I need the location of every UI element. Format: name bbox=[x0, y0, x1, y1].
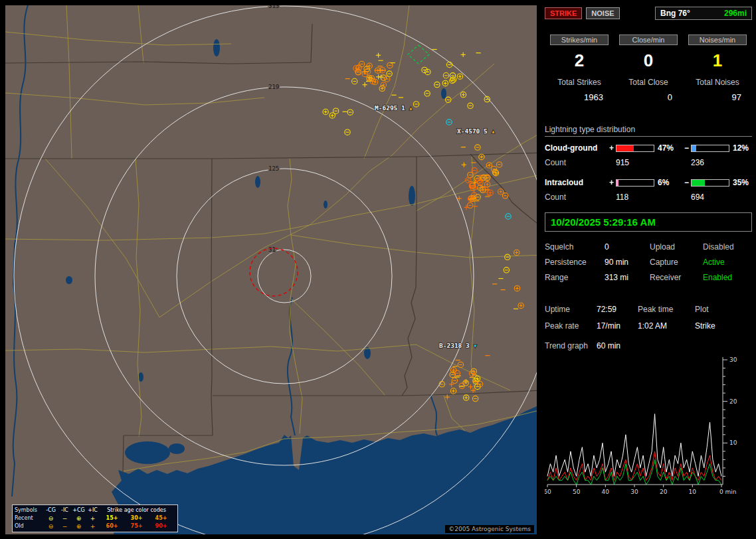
count-label: Count bbox=[545, 158, 607, 167]
range-ring-label: 313 bbox=[268, 5, 279, 9]
intracloud-positive-count: 118 bbox=[616, 193, 654, 202]
range-value: 313 mi bbox=[605, 273, 650, 282]
capture-label: Capture bbox=[650, 258, 703, 267]
age-60: 60+ bbox=[100, 522, 124, 530]
strike-mode-button[interactable]: STRIKE bbox=[545, 7, 582, 19]
circle-minus-icon: ⊖ bbox=[44, 514, 58, 522]
age-45: 45+ bbox=[149, 514, 173, 522]
total-strikes-label: Total Strikes bbox=[545, 78, 614, 87]
intracloud-positive-bar bbox=[616, 179, 654, 187]
age-15: 15+ bbox=[100, 514, 124, 522]
distribution-title: Lightning type distribution bbox=[545, 125, 752, 137]
svg-text:0 min: 0 min bbox=[719, 489, 737, 495]
uptime-value: 72:59 bbox=[597, 305, 638, 314]
legend-recent-label: Recent bbox=[15, 514, 44, 522]
svg-text:40: 40 bbox=[602, 489, 610, 495]
trend-series-layer bbox=[547, 414, 721, 485]
svg-text:20: 20 bbox=[729, 398, 737, 405]
status-panel: STRIKE NOISE Bng 76° 296mi Strikes/min 2… bbox=[545, 7, 752, 534]
trend-graph-window: 60 min bbox=[597, 341, 620, 350]
totals-row: Total Strikes 1963 Total Close 0 Total N… bbox=[545, 78, 752, 102]
age-75: 75+ bbox=[124, 522, 149, 530]
trend-graph-label: Trend graph bbox=[545, 341, 597, 350]
total-close-value: 0 bbox=[614, 92, 683, 102]
legend-col-neg-ic: -IC bbox=[58, 506, 72, 514]
circle-minus-icon: ⊖ bbox=[44, 522, 58, 530]
lightning-tracker-app: { "app": { "copyright": "©2005 Astrogeni… bbox=[0, 0, 756, 539]
peak-rate-value: 17/min bbox=[597, 321, 638, 331]
range-ring-label: 125 bbox=[268, 165, 279, 172]
range-ring-label: 219 bbox=[268, 84, 279, 90]
age-30: 30+ bbox=[124, 514, 149, 522]
svg-text:20: 20 bbox=[660, 489, 668, 495]
peak-rate-label: Peak rate bbox=[545, 321, 597, 331]
cloud-ground-count-row: Count 915 236 bbox=[545, 158, 752, 167]
total-noises-column: Total Noises 97 bbox=[683, 78, 752, 102]
plot-label: Plot bbox=[695, 305, 739, 314]
station-label: M-6295 1 ▴ bbox=[375, 104, 413, 112]
noise-mode-button[interactable]: NOISE bbox=[586, 7, 619, 19]
svg-text:10: 10 bbox=[689, 489, 697, 495]
bar-fill bbox=[692, 145, 696, 151]
intracloud-negative-pct: 35% bbox=[729, 178, 751, 187]
intracloud-negative-bar bbox=[691, 179, 729, 187]
rate-boxes: Strikes/min 2 Close/min 0 Noises/min 1 bbox=[545, 35, 752, 71]
circle-plus-icon: ⊕ bbox=[72, 514, 86, 522]
legend-col-pos-cg: +CG bbox=[72, 506, 86, 514]
station-label: X-4570 5 ▴ bbox=[457, 127, 495, 135]
status-grid: Squelch 0 Upload Disabled Persistence 90… bbox=[545, 242, 752, 282]
strikes-per-min-value: 2 bbox=[575, 50, 584, 71]
total-noises-value: 97 bbox=[683, 92, 752, 102]
strikes-per-min-box[interactable]: Strikes/min bbox=[550, 35, 609, 45]
intracloud-count-row: Count 118 694 bbox=[545, 193, 752, 202]
svg-text:50: 50 bbox=[573, 489, 581, 495]
positive-sign: + bbox=[607, 178, 616, 187]
upload-value: Disabled bbox=[703, 242, 749, 252]
total-close-label: Total Close bbox=[614, 78, 683, 87]
station-label: B-2318 3 ▾ bbox=[439, 342, 477, 349]
capture-value: Active bbox=[703, 258, 749, 267]
legend-old-row: Old ⊖ − ⊕ + 60+ 75+ 90+ bbox=[15, 522, 175, 530]
bearing-distance: 296mi bbox=[724, 9, 747, 18]
count-label: Count bbox=[545, 193, 607, 202]
legend-old-label: Old bbox=[15, 522, 44, 530]
close-per-min-column: Close/min 0 bbox=[614, 35, 683, 71]
plus-icon: + bbox=[86, 522, 100, 530]
receiver-value: Enabled bbox=[703, 273, 749, 282]
svg-text:30: 30 bbox=[630, 489, 638, 495]
total-strikes-column: Total Strikes 1963 bbox=[545, 78, 614, 102]
squelch-value: 0 bbox=[605, 242, 650, 252]
range-ring-label: 31 bbox=[268, 246, 276, 253]
positive-sign: + bbox=[607, 143, 616, 153]
bar-fill bbox=[616, 145, 634, 151]
bar-fill bbox=[616, 180, 618, 186]
datetime-display: 10/20/2025 5:29:16 AM bbox=[545, 212, 752, 232]
noises-per-min-value: 1 bbox=[713, 50, 722, 71]
negative-sign: − bbox=[682, 178, 691, 187]
cloud-ground-row: Cloud-ground + 47% − 12% bbox=[545, 143, 752, 153]
persistence-label: Persistence bbox=[545, 258, 605, 267]
legend-col-pos-ic: +IC bbox=[86, 506, 100, 514]
peak-time-label: Peak time bbox=[638, 305, 695, 314]
svg-text:30: 30 bbox=[729, 356, 737, 363]
cloud-ground-negative-bar bbox=[691, 145, 729, 152]
intracloud-positive-pct: 6% bbox=[654, 178, 682, 187]
bar-fill bbox=[692, 180, 705, 186]
lightning-map[interactable]: 31125219313 M-6295 1 ▴X-4570 5 ▴B-2318 3… bbox=[5, 5, 537, 534]
squelch-label: Squelch bbox=[545, 242, 605, 252]
cloud-ground-label: Cloud-ground bbox=[545, 143, 607, 153]
legend-col-neg-cg: -CG bbox=[44, 506, 58, 514]
intracloud-row: Intracloud + 6% − 35% bbox=[545, 178, 752, 187]
receiver-label: Receiver bbox=[650, 273, 703, 282]
close-per-min-value: 0 bbox=[644, 50, 653, 71]
close-per-min-box[interactable]: Close/min bbox=[619, 35, 678, 45]
total-noises-label: Total Noises bbox=[683, 78, 752, 87]
noises-per-min-box[interactable]: Noises/min bbox=[688, 35, 747, 45]
svg-text:10: 10 bbox=[729, 439, 737, 446]
mode-toolbar: STRIKE NOISE Bng 76° 296mi bbox=[545, 7, 752, 20]
copyright-text: ©2005 Astrogenic Systems bbox=[445, 525, 534, 533]
map-svg: 31125219313 M-6295 1 ▴X-4570 5 ▴B-2318 3… bbox=[5, 5, 537, 534]
legend-recent-row: Recent ⊖ − ⊕ + 15+ 30+ 45+ bbox=[15, 514, 175, 522]
legend-symbols-title: Symbols bbox=[15, 506, 44, 514]
uptime-label: Uptime bbox=[545, 305, 597, 314]
